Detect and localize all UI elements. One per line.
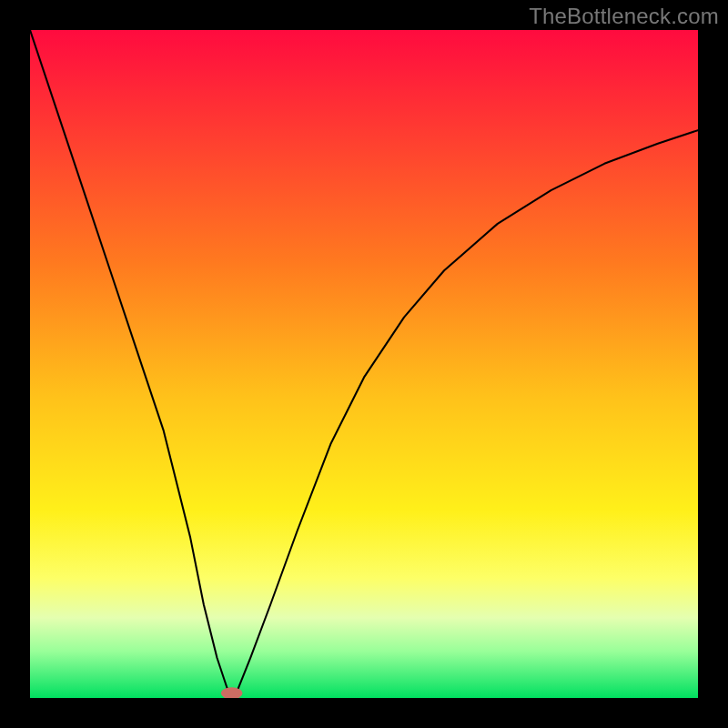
bottleneck-chart — [30, 30, 698, 698]
chart-frame: TheBottleneck.com — [0, 0, 728, 728]
plot-area — [30, 30, 698, 698]
gradient-background — [30, 30, 698, 698]
watermark-text: TheBottleneck.com — [529, 4, 719, 29]
